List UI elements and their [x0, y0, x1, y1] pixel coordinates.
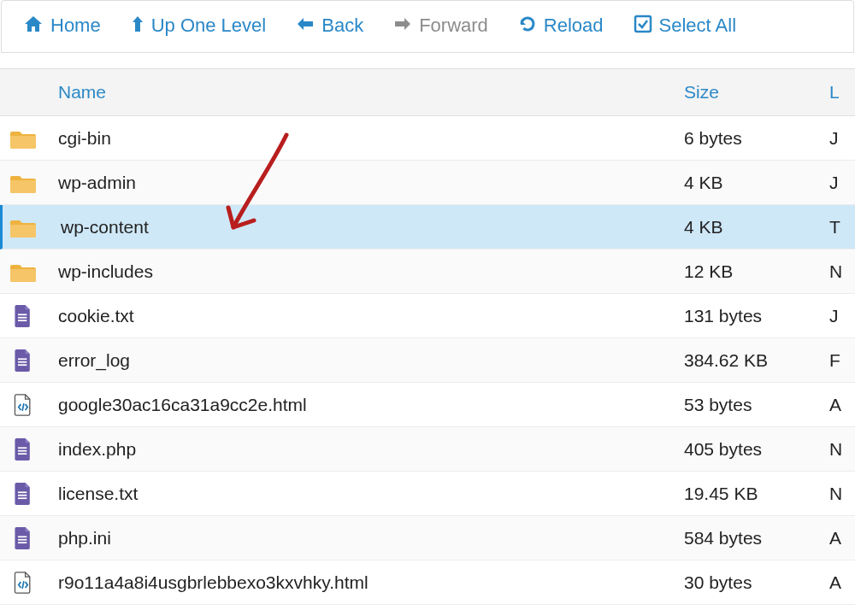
file-size: 4 KB [684, 217, 829, 238]
back-arrow-icon [296, 16, 315, 35]
forward-arrow-icon [393, 16, 412, 35]
file-name: index.php [58, 439, 684, 460]
home-label: Home [50, 15, 101, 37]
file-name: google30ac16ca31a9cc2e.html [58, 395, 684, 415]
code-file-icon [10, 572, 36, 594]
select-all-button[interactable]: Select All [634, 15, 737, 37]
file-name: cookie.txt [58, 306, 684, 326]
select-all-label: Select All [659, 15, 737, 37]
toolbar: Home Up One Level Back Forward Reload Se… [1, 0, 854, 53]
file-last: N [829, 439, 855, 460]
file-name: wp-admin [58, 173, 684, 193]
table-row[interactable]: r9o11a4a8i4usgbrlebbexo3kxvhky.html30 by… [0, 560, 855, 605]
folder-icon [10, 216, 36, 238]
file-last: J [829, 128, 855, 149]
up-arrow-icon [131, 15, 144, 37]
table-row[interactable]: google30ac16ca31a9cc2e.html53 bytesA [0, 383, 855, 427]
table-row[interactable]: php.ini584 bytesA [0, 516, 855, 560]
up-one-level-button[interactable]: Up One Level [131, 15, 267, 37]
home-icon [23, 15, 44, 37]
back-button[interactable]: Back [296, 15, 363, 37]
file-size: 12 KB [684, 261, 829, 282]
forward-label: Forward [419, 15, 488, 37]
file-size: 131 bytes [684, 306, 829, 326]
file-table: Name Size L cgi-bin6 bytesJwp-admin4 KBJ… [0, 68, 855, 605]
folder-icon [10, 261, 36, 283]
file-last: F [829, 350, 855, 371]
table-row[interactable]: wp-includes12 KBN [0, 249, 855, 294]
file-last: J [829, 173, 855, 193]
table-row[interactable]: license.txt19.45 KBN [0, 472, 855, 516]
reload-icon [518, 15, 537, 37]
table-row[interactable]: cookie.txt131 bytesJ [0, 294, 855, 338]
table-header-row: Name Size L [0, 69, 855, 116]
document-icon [10, 527, 36, 549]
home-button[interactable]: Home [23, 15, 101, 37]
up-label: Up One Level [151, 15, 267, 37]
reload-button[interactable]: Reload [518, 15, 604, 37]
column-header-size[interactable]: Size [684, 82, 829, 103]
file-name: wp-content [61, 217, 684, 238]
file-size: 384.62 KB [684, 350, 829, 371]
document-icon [10, 305, 36, 327]
table-row[interactable]: cgi-bin6 bytesJ [0, 116, 855, 161]
forward-button: Forward [393, 15, 488, 37]
folder-icon [10, 172, 36, 194]
file-size: 4 KB [684, 173, 829, 193]
file-size: 6 bytes [684, 128, 829, 149]
document-icon [10, 349, 36, 372]
file-size: 19.45 KB [684, 484, 829, 504]
file-name: wp-includes [58, 261, 684, 282]
table-row[interactable]: error_log384.62 KBF [0, 338, 855, 383]
file-last: T [829, 217, 855, 238]
document-icon [10, 483, 36, 505]
file-name: r9o11a4a8i4usgbrlebbexo3kxvhky.html [58, 572, 684, 593]
file-name: error_log [58, 350, 684, 371]
column-header-name[interactable]: Name [58, 82, 684, 103]
file-name: cgi-bin [58, 128, 684, 149]
file-last: N [829, 484, 855, 504]
svg-rect-0 [635, 16, 651, 32]
table-row[interactable]: index.php405 bytesN [0, 427, 855, 472]
document-icon [10, 438, 36, 461]
file-name: license.txt [58, 484, 684, 504]
column-header-last[interactable]: L [829, 82, 855, 103]
file-size: 30 bytes [684, 572, 829, 593]
file-size: 584 bytes [684, 528, 829, 549]
table-row[interactable]: wp-admin4 KBJ [0, 161, 855, 205]
file-last: A [829, 572, 855, 593]
folder-icon [10, 127, 36, 150]
reload-label: Reload [544, 15, 604, 37]
table-row[interactable]: wp-content4 KBT [0, 205, 855, 249]
file-last: J [829, 306, 855, 326]
file-name: php.ini [58, 528, 684, 549]
back-label: Back [321, 15, 363, 37]
file-last: A [829, 528, 855, 549]
file-last: N [829, 261, 855, 282]
file-size: 405 bytes [684, 439, 829, 460]
code-file-icon [10, 394, 36, 416]
file-size: 53 bytes [684, 395, 829, 415]
select-all-icon [634, 15, 652, 37]
file-last: A [829, 395, 855, 415]
